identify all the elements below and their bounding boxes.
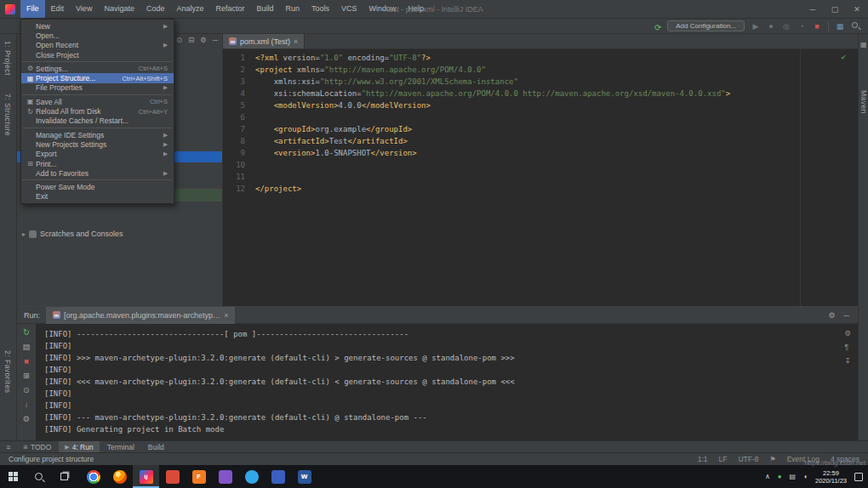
stop-icon[interactable]: ■ (24, 357, 29, 366)
firefox-icon[interactable] (106, 465, 133, 488)
toolwindow-button-4-run[interactable]: ▶4: Run (59, 441, 99, 452)
toolwindow-button-build[interactable]: Build (142, 441, 170, 452)
intellij-icon[interactable]: IJ (133, 465, 159, 488)
menu-build[interactable]: Build (250, 0, 279, 18)
menu-run[interactable]: Run (280, 0, 306, 18)
menu-item-project-structure[interactable]: ▦Project Structure...Ctrl+Alt+Shift+S (21, 73, 174, 82)
blue-app-icon[interactable] (265, 465, 291, 488)
add-configuration-button[interactable]: Add Configuration... (667, 20, 745, 31)
menu-item-new-projects-settings[interactable]: New Projects Settings▶ (21, 139, 174, 149)
menu-vcs[interactable]: VCS (335, 0, 363, 18)
hide-panel-icon[interactable]: ─ (844, 311, 849, 320)
maximize-button[interactable]: ▢ (824, 0, 846, 19)
menu-analyze[interactable]: Analyze (170, 0, 209, 18)
hide-icon[interactable]: ─ (213, 36, 218, 44)
line-separator[interactable]: LF (719, 455, 728, 463)
collapse-all-icon[interactable]: ⊟ (188, 36, 194, 44)
menu-edit[interactable]: Edit (45, 0, 71, 18)
code-editor[interactable]: 123456789101112 <?xml version="1.0" enco… (223, 49, 858, 306)
notification-center-icon[interactable] (854, 473, 863, 481)
chevron-right-icon[interactable] (22, 230, 26, 238)
settings-icon[interactable]: ⚙ (200, 36, 207, 44)
stop-icon[interactable]: ■ (812, 21, 822, 31)
menu-item-close-project[interactable]: Close Project (21, 50, 174, 60)
skyblue-app-icon[interactable] (238, 465, 265, 488)
taskbar-search-button[interactable] (26, 465, 51, 488)
menu-view[interactable]: View (70, 0, 98, 18)
close-icon[interactable] (294, 37, 298, 46)
menu-item-open[interactable]: Open... (21, 31, 174, 40)
menu-item-reload-all-from-disk[interactable]: ↻Reload All from DiskCtrl+Alt+Y (21, 106, 174, 116)
foxit-icon[interactable]: F (186, 465, 212, 488)
restore-layout-icon[interactable]: ⊞ (23, 372, 30, 380)
bookmark-icon[interactable] (770, 455, 776, 463)
taskbar-clock[interactable]: 22:59 2020/11/23 (815, 469, 847, 485)
toolwindow-button-icon: ≣ (23, 444, 28, 451)
red-app-icon[interactable] (159, 465, 186, 488)
profiler-icon[interactable]: ◔ (797, 21, 807, 31)
maven-sync-icon[interactable] (654, 19, 661, 34)
menu-item-invalidate-caches-restart[interactable]: Invalidate Caches / Restart... (21, 116, 174, 126)
menu-tools[interactable]: Tools (306, 0, 335, 18)
tool-button-favorites[interactable]: 2: Favorites (3, 350, 12, 393)
menu-item-exit[interactable]: Exit (21, 192, 174, 201)
line-number: 12 (223, 183, 245, 195)
menu-item-open-recent[interactable]: Open Recent▶ (21, 41, 174, 50)
purple-app-icon[interactable] (212, 465, 238, 488)
menu-item-settings[interactable]: ⚙Settings...Ctrl+Alt+S (21, 64, 174, 73)
soft-wrap-icon[interactable]: ¶ (844, 343, 851, 351)
file-encoding[interactable]: UTF-8 (738, 455, 758, 463)
run-console[interactable]: [INFO] --------------------------------[… (36, 324, 858, 440)
debug-icon[interactable]: ● (766, 21, 776, 31)
task-view-icon (60, 473, 68, 480)
chrome-icon[interactable] (80, 465, 106, 488)
locate-icon[interactable]: ⊙ (176, 36, 182, 44)
volume-icon[interactable]: ◖ (803, 473, 808, 480)
caret-position[interactable]: 1:1 (698, 455, 708, 463)
editor-tab-pom-xml[interactable]: pom.xml (Test) (223, 34, 305, 48)
run-icon[interactable]: ▶ (751, 21, 761, 31)
run-tab[interactable]: [org.apache.maven.plugins:maven-archetyp… (46, 307, 235, 324)
menu-code[interactable]: Code (140, 0, 171, 18)
start-button[interactable] (0, 465, 26, 488)
menu-item-new[interactable]: New▶ (21, 21, 174, 31)
inspections-ok-icon[interactable] (842, 51, 846, 63)
menu-navigate[interactable]: Navigate (98, 0, 140, 18)
search-everywhere-icon[interactable] (851, 21, 861, 31)
settings-icon[interactable]: ⚙ (844, 329, 851, 338)
toolwindow-switcher-icon[interactable] (2, 443, 15, 451)
menu-item-save-all[interactable]: ▣Save AllCtrl+S (21, 97, 174, 106)
dump-threads-icon[interactable]: ▤ (23, 343, 31, 351)
settings-icon[interactable]: ⚙ (23, 415, 31, 423)
toolwindow-button-terminal[interactable]: Terminal (101, 441, 140, 452)
menu-refactor[interactable]: Refactor (209, 0, 250, 18)
rerun-icon[interactable]: ↻ (23, 328, 30, 337)
task-view-button[interactable] (51, 465, 77, 488)
settings-gear-icon[interactable]: ⚙ (829, 311, 836, 320)
security-icon[interactable]: ● (778, 473, 782, 480)
chevron-up-icon[interactable]: ∧ (765, 473, 770, 480)
menu-item-manage-ide-settings[interactable]: Manage IDE Settings▶ (21, 130, 174, 139)
tool-button-project[interactable]: 1: Project (3, 41, 12, 76)
menu-item-export[interactable]: Export▶ (21, 150, 174, 159)
tool-button-maven[interactable]: Maven (859, 90, 868, 114)
scroll-end-icon[interactable]: ↧ (844, 356, 851, 365)
editor-code[interactable]: <?xml version="1.0" encoding="UTF-8"?><p… (255, 52, 849, 195)
menu-item-add-to-favorites[interactable]: Add to Favorites▶ (21, 168, 174, 178)
tool-button-structure[interactable]: 7: Structure (3, 94, 12, 136)
toolwindow-button-todo[interactable]: ≣TODO (17, 441, 57, 452)
scroll-down-icon[interactable]: ↓ (25, 400, 29, 409)
menu-item-file-properties[interactable]: File Properties▶ (21, 83, 174, 93)
word-icon[interactable]: W (291, 465, 317, 488)
tree-item-scratches[interactable]: Scratches and Consoles (22, 230, 123, 238)
menu-item-power-save-mode[interactable]: Power Save Mode (21, 182, 174, 191)
coverage-icon[interactable]: ◎ (781, 21, 791, 31)
menu-file[interactable]: File (20, 0, 45, 18)
close-button[interactable]: ✕ (846, 0, 868, 19)
close-icon[interactable] (224, 311, 228, 320)
toolwindow-layout-icon[interactable] (835, 21, 845, 31)
pin-tab-icon[interactable]: ⊙ (23, 386, 30, 394)
network-icon[interactable]: ▤ (790, 473, 797, 480)
menu-item-print[interactable]: ⊞Print... (21, 159, 174, 168)
minimize-button[interactable]: ─ (802, 0, 824, 19)
